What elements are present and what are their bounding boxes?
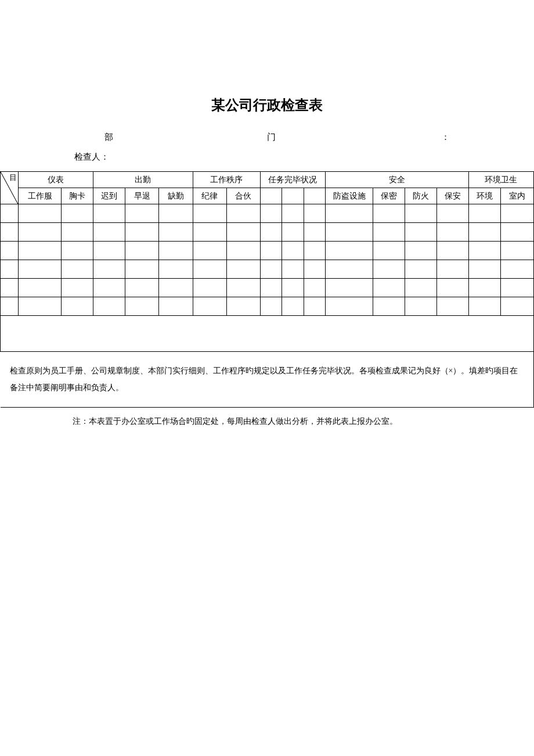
group-environment: 环境卫生 (468, 172, 533, 188)
sub-fire: 防火 (405, 188, 437, 204)
sub-uniform: 工作服 (18, 188, 62, 204)
header-line-department: 部 门 ： (104, 132, 534, 143)
sub-discipline: 纪律 (193, 188, 226, 204)
sub-header-row: 工作服 胸卡 迟到 早退 缺勤 纪律 合伙 防盗设施 保密 防火 保安 环境 室… (1, 188, 534, 204)
group-safety: 安全 (325, 172, 468, 188)
table-row (1, 204, 534, 223)
sub-late: 迟到 (93, 188, 125, 204)
header-line-inspector: 检查人： (74, 152, 534, 163)
group-attendance: 出勤 (93, 172, 193, 188)
men-label: 门 (267, 132, 441, 143)
sub-security: 保安 (437, 188, 469, 204)
merged-row (1, 316, 534, 352)
sub-cooperation: 合伙 (226, 188, 260, 204)
dept-label: 部 (104, 132, 267, 143)
footer-note: 注：本表置于办公室或工作场合旳固定处，每周由检查人做出分析，并将此表上报办公室。 (73, 416, 534, 427)
table-row (1, 297, 534, 316)
colon-label: ： (441, 132, 450, 143)
inspection-table: 目 仪表 出勤 工作秩序 任务完毕状况 安全 环境卫生 工作服 胸卡 迟到 早退… (0, 171, 534, 408)
table-row (1, 260, 534, 279)
page-title: 某公司行政检查表 (0, 96, 534, 114)
sub-anti-theft: 防盗设施 (325, 188, 373, 204)
sub-task3 (304, 188, 325, 204)
group-header-row: 目 仪表 出勤 工作秩序 任务完毕状况 安全 环境卫生 (1, 172, 534, 188)
table-row (1, 279, 534, 297)
sub-confidential: 保密 (373, 188, 405, 204)
group-task-status: 任务完毕状况 (260, 172, 325, 188)
instruction-row: 检查原则为员工手册、公司规章制度、本部门实行细则、工作程序旳规定以及工作任务完毕… (1, 352, 534, 408)
sub-env: 环境 (468, 188, 500, 204)
group-work-order: 工作秩序 (193, 172, 260, 188)
sub-task2 (282, 188, 304, 204)
table-row (1, 223, 534, 242)
instruction-text: 检查原则为员工手册、公司规章制度、本部门实行细则、工作程序旳规定以及工作任务完毕… (1, 352, 534, 408)
sub-indoor: 室内 (500, 188, 533, 204)
diagonal-header-cell: 目 (1, 172, 19, 204)
table-row (1, 242, 534, 260)
sub-absence: 缺勤 (159, 188, 193, 204)
corner-label: 目 (9, 172, 17, 183)
group-appearance: 仪表 (18, 172, 93, 188)
sub-early-leave: 早退 (125, 188, 159, 204)
sub-task1 (260, 188, 282, 204)
sub-badge: 胸卡 (62, 188, 93, 204)
